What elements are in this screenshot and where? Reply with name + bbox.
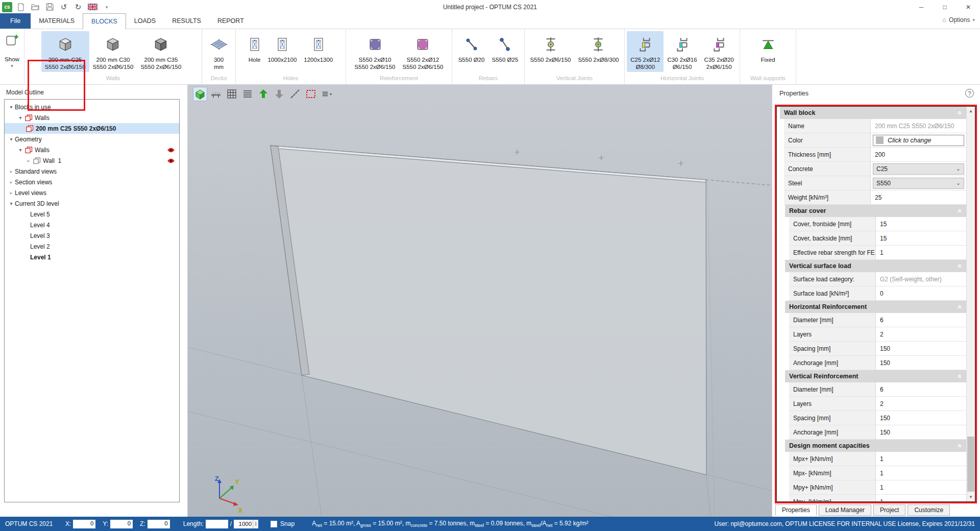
concrete-dropdown[interactable]: C25 ⌄ bbox=[873, 163, 964, 175]
hole-button-1000x2100[interactable]: 1000x2100 bbox=[264, 31, 300, 65]
quick-access-caret[interactable]: ▾ bbox=[101, 2, 112, 13]
x-input[interactable]: 0 bbox=[73, 520, 95, 528]
reinforcement-button-o10[interactable]: S550 2xØ10 S550 2xØ6/150 bbox=[351, 31, 399, 72]
tab-report[interactable]: REPORT bbox=[209, 13, 252, 29]
collapse-chevron-icon[interactable]: « bbox=[956, 264, 964, 268]
weight-value[interactable]: 25 bbox=[873, 194, 881, 201]
expander-icon[interactable]: ▾ bbox=[8, 136, 15, 142]
tree-item-level-2[interactable]: Level 2 bbox=[5, 241, 179, 252]
rebar-button-o25[interactable]: S550 Ø25 bbox=[488, 31, 522, 65]
ceiling-view-button[interactable] bbox=[209, 87, 223, 101]
tree-item-standard-views[interactable]: ▸ Standard views bbox=[5, 166, 179, 177]
visibility-eye-icon[interactable] bbox=[167, 158, 175, 163]
property-value[interactable]: 150 bbox=[878, 359, 890, 367]
tree-item-walls-geometry[interactable]: ▾ Walls bbox=[5, 144, 179, 155]
undo-button[interactable]: ↺ bbox=[58, 2, 69, 13]
hole-button[interactable]: Hole bbox=[245, 31, 264, 65]
expander-icon[interactable]: ▸ bbox=[8, 179, 15, 185]
zoom-window-button[interactable] bbox=[304, 87, 318, 101]
redo-button[interactable]: ↻ bbox=[72, 2, 84, 13]
section-header-vertical-surface-load[interactable]: Vertical surface load « bbox=[785, 260, 966, 272]
vertical-joint-button-1[interactable]: S550 2xØ6/150 bbox=[527, 31, 575, 65]
property-value[interactable]: 15 bbox=[878, 235, 887, 242]
property-value[interactable]: 1 bbox=[878, 249, 884, 256]
wall-block-button-c30[interactable]: 200 mm C30 S550 2xØ6/150 bbox=[89, 31, 137, 72]
z-input[interactable]: 0 bbox=[148, 520, 170, 528]
length-max-stepper[interactable]: 1000 ▴ ▾ bbox=[234, 520, 258, 528]
color-picker-button[interactable]: Click to change bbox=[873, 135, 964, 146]
minimize-button[interactable]: ─ bbox=[910, 0, 933, 14]
tree-item-level-4[interactable]: Level 4 bbox=[5, 220, 179, 230]
close-button[interactable]: ✕ bbox=[957, 0, 980, 14]
tab-file[interactable]: File bbox=[0, 13, 31, 29]
collapse-chevron-icon[interactable]: « bbox=[956, 209, 964, 213]
property-value[interactable]: 0 bbox=[878, 290, 884, 297]
section-header-design-moment-capacities[interactable]: Design moment capacities « bbox=[785, 440, 966, 452]
expander-icon[interactable]: ▾ bbox=[17, 115, 24, 120]
tree-item-level-5[interactable]: Level 5 bbox=[5, 209, 179, 220]
hole-button-1200x1300[interactable]: 1200x1300 bbox=[300, 31, 336, 65]
color-swatch[interactable] bbox=[876, 136, 884, 144]
thickness-value[interactable]: 200 bbox=[873, 151, 885, 158]
tab-loads[interactable]: LOADS bbox=[126, 13, 164, 29]
maximize-button[interactable]: □ bbox=[933, 0, 957, 14]
horizontal-joint-button-c30[interactable]: C30 2xØ16 Ø6/150 bbox=[664, 31, 700, 72]
level-down-button[interactable] bbox=[272, 87, 286, 101]
visibility-eye-icon[interactable] bbox=[167, 148, 175, 153]
section-header-rebar-cover[interactable]: Rebar cover « bbox=[785, 205, 966, 217]
tree-item-current-3d-level[interactable]: ▾ Current 3D level bbox=[5, 198, 179, 209]
tree-item-geometry[interactable]: ▾ Geometry bbox=[5, 134, 179, 144]
view-3d-cube-button[interactable] bbox=[193, 87, 207, 101]
options-menu[interactable]: ⌂ Options ▾ bbox=[942, 16, 975, 23]
deck-button-300[interactable]: 300 mm bbox=[206, 31, 232, 72]
tree-item-blocks-in-use[interactable]: ▾ Blocks in use bbox=[5, 102, 179, 112]
tree-item-level-3[interactable]: Level 3 bbox=[5, 230, 179, 241]
horizontal-joint-button-c25[interactable]: C25 2xØ12 Ø8/300 bbox=[627, 31, 664, 72]
property-value[interactable]: 1 bbox=[878, 470, 884, 477]
wall-block-button-c35[interactable]: 200 mm C35 S550 2xØ6/150 bbox=[137, 31, 185, 72]
tab-materials[interactable]: MATERIALS bbox=[31, 13, 83, 29]
property-value[interactable]: 2 bbox=[878, 400, 884, 407]
steel-dropdown[interactable]: S550 ⌄ bbox=[873, 178, 964, 189]
properties-scrollbar[interactable]: ▲ ▼ bbox=[966, 107, 975, 501]
panel-tab-customize[interactable]: Customize bbox=[908, 504, 950, 516]
property-value[interactable]: 6 bbox=[878, 386, 884, 393]
collapse-chevron-icon[interactable]: « bbox=[956, 111, 964, 115]
property-value[interactable]: 1 bbox=[878, 455, 884, 463]
rebar-button-o20[interactable]: S550 Ø20 bbox=[455, 31, 488, 65]
expander-icon[interactable]: ▸ bbox=[8, 190, 15, 196]
name-value[interactable]: 200 mm C25 S550 2xØ6/150 bbox=[873, 123, 954, 130]
tree-item-wall-1[interactable]: ▸ Wall 1 bbox=[5, 155, 179, 166]
help-icon[interactable]: ? bbox=[965, 89, 974, 98]
view-options-menu[interactable]: ▾ bbox=[320, 87, 334, 101]
panel-tab-load-manager[interactable]: Load Manager bbox=[819, 504, 871, 516]
scroll-down-icon[interactable]: ▼ bbox=[967, 493, 975, 501]
tab-results[interactable]: RESULTS bbox=[164, 13, 209, 29]
property-value[interactable]: 150 bbox=[878, 345, 890, 352]
collapse-chevron-icon[interactable]: « bbox=[956, 305, 964, 309]
measure-button[interactable] bbox=[288, 87, 302, 101]
new-project-button[interactable] bbox=[15, 2, 27, 13]
y-input[interactable]: 0 bbox=[110, 520, 133, 528]
language-flag-button[interactable] bbox=[87, 2, 98, 13]
section-header-vertical-reinforcement[interactable]: Vertical Reinforcement « bbox=[785, 370, 966, 382]
property-value[interactable]: 1 bbox=[878, 498, 884, 502]
snap-checkbox[interactable] bbox=[271, 521, 277, 527]
property-value[interactable]: 150 bbox=[878, 415, 890, 422]
length-input[interactable] bbox=[206, 520, 228, 528]
expander-icon[interactable]: ▾ bbox=[8, 201, 15, 206]
tree-item-section-views[interactable]: ▸ Section views bbox=[5, 177, 179, 187]
property-value[interactable]: G2 (Self-weight, other) bbox=[878, 276, 942, 283]
expander-icon[interactable]: ▸ bbox=[25, 158, 32, 163]
reinforcement-button-o12[interactable]: S550 2xØ12 S550 2xØ6/150 bbox=[399, 31, 447, 72]
open-button[interactable] bbox=[30, 2, 41, 13]
panel-tab-project[interactable]: Project bbox=[873, 504, 905, 516]
section-header-horizontal-reinforcement[interactable]: Horizontal Reinforcement « bbox=[785, 301, 966, 313]
expander-icon[interactable]: ▾ bbox=[17, 147, 24, 153]
stepper-down-icon[interactable]: ▾ bbox=[255, 524, 257, 526]
property-value[interactable]: 2 bbox=[878, 331, 884, 338]
stepper-arrows[interactable]: ▴ ▾ bbox=[253, 520, 258, 528]
horizontal-joint-button-c35[interactable]: C35 2xØ20 2xØ6/150 bbox=[701, 31, 738, 72]
property-value[interactable]: 150 bbox=[878, 429, 890, 436]
grid-button[interactable] bbox=[225, 87, 239, 101]
